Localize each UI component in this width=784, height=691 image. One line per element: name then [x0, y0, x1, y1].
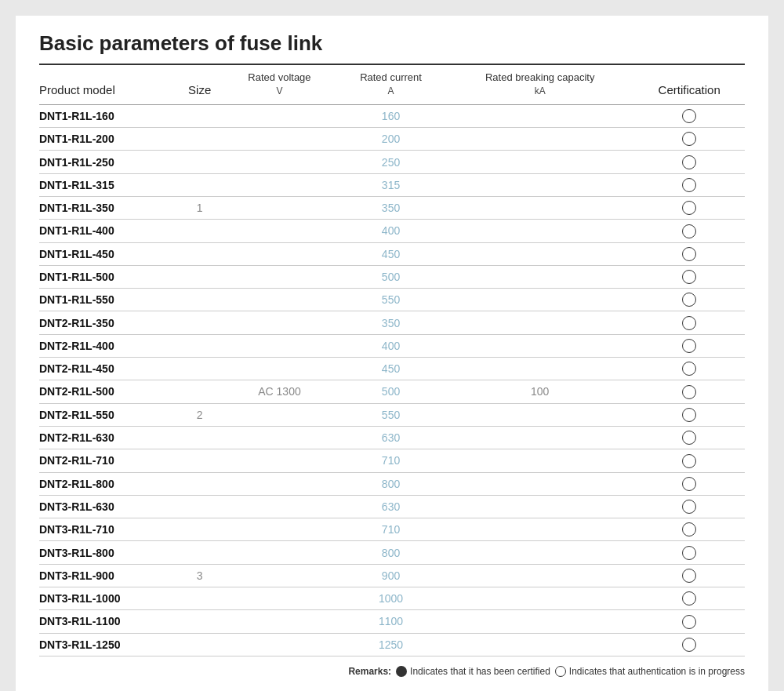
cell-breaking: [446, 289, 633, 311]
cell-size: [176, 151, 223, 173]
cell-current: 1100: [336, 610, 446, 633]
cert-circle-icon: [682, 224, 696, 238]
cell-size: [176, 633, 223, 656]
cert-circle-icon: [682, 477, 696, 491]
cell-breaking: [446, 196, 633, 219]
cell-cert: [633, 564, 745, 587]
cell-breaking: [446, 472, 633, 495]
cell-size: [176, 289, 223, 311]
cell-model: DNT2-R1L-450: [39, 358, 176, 380]
cell-cert: [633, 587, 745, 610]
cell-size: [176, 518, 223, 541]
cell-current: 350: [336, 196, 446, 219]
cell-current: 900: [336, 564, 446, 587]
cell-model: DNT1-R1L-550: [39, 289, 176, 311]
cell-voltage: [223, 311, 336, 334]
cert-circle-icon: [682, 339, 696, 353]
cell-model: DNT2-R1L-710: [39, 449, 176, 472]
cell-model: DNT3-R1L-800: [39, 541, 176, 564]
cell-current: 630: [336, 426, 446, 449]
cell-cert: [633, 242, 745, 265]
cell-model: DNT3-R1L-630: [39, 495, 176, 518]
cell-current: 500: [336, 380, 446, 403]
cert-circle-icon: [682, 615, 696, 629]
cell-cert: [633, 495, 745, 518]
cell-model: DNT1-R1L-160: [39, 104, 176, 127]
cell-model: DNT3-R1L-710: [39, 518, 176, 541]
cell-current: 1000: [336, 587, 446, 610]
cell-current: 315: [336, 173, 446, 196]
cell-current: 450: [336, 358, 446, 380]
cell-voltage: [223, 220, 336, 242]
breaking-unit: kA: [535, 85, 546, 96]
cell-cert: [633, 358, 745, 380]
table-row: DNT2-R1L-710710: [39, 449, 745, 472]
remarks-label: Remarks:: [348, 666, 391, 677]
cell-size: 3: [176, 564, 223, 587]
table-row: DNT2-R1L-500AC 1300500100: [39, 380, 745, 403]
table-row: DNT2-R1L-630630: [39, 426, 745, 449]
cell-voltage: [223, 610, 336, 633]
cell-current: 1250: [336, 633, 446, 656]
col-header-breaking: Rated breaking capacity kA: [446, 65, 633, 104]
cell-breaking: [446, 173, 633, 196]
cert-circle-icon: [682, 270, 696, 284]
cell-cert: [633, 104, 745, 127]
cell-size: [176, 358, 223, 380]
cell-current: 800: [336, 472, 446, 495]
breaking-label: Rated breaking capacity: [485, 71, 594, 83]
cell-voltage: [223, 289, 336, 311]
cell-cert: [633, 403, 745, 426]
cert-circle-icon: [682, 109, 696, 123]
cell-current: 550: [336, 403, 446, 426]
cell-cert: [633, 265, 745, 288]
cell-cert: [633, 334, 745, 357]
table-row: DNT1-R1L-550550: [39, 289, 745, 311]
table-row: DNT1-R1L-200200: [39, 128, 745, 151]
cert-circle-icon: [682, 201, 696, 215]
col-header-current: Rated current A: [336, 65, 446, 104]
cell-cert: [633, 518, 745, 541]
cell-cert: [633, 173, 745, 196]
cert-circle-icon: [682, 569, 696, 583]
cert-circle-icon: [682, 408, 696, 422]
cell-breaking: [446, 151, 633, 173]
cell-current: 400: [336, 334, 446, 357]
cell-voltage: [223, 449, 336, 472]
cert-circle-icon: [682, 362, 696, 376]
table-row: DNT1-R1L-160160: [39, 104, 745, 127]
remarks-filled-text: Indicates that it has been certified: [410, 666, 550, 677]
voltage-label: Rated voltage: [248, 71, 310, 83]
cell-current: 400: [336, 220, 446, 242]
cell-voltage: [223, 403, 336, 426]
cell-breaking: [446, 265, 633, 288]
cell-voltage: [223, 587, 336, 610]
cell-voltage: [223, 472, 336, 495]
cell-voltage: [223, 495, 336, 518]
cell-cert: [633, 380, 745, 403]
cell-current: 450: [336, 242, 446, 265]
table-row: DNT2-R1L-400400: [39, 334, 745, 357]
table-row: DNT1-R1L-250250: [39, 151, 745, 173]
cell-current: 250: [336, 151, 446, 173]
cell-voltage: [223, 242, 336, 265]
cell-breaking: [446, 426, 633, 449]
remarks-empty-text: Indicates that authentication is in prog…: [569, 666, 745, 677]
parameters-table: Product model Size Rated voltage V Rated…: [39, 65, 745, 656]
cell-model: DNT3-R1L-1250: [39, 633, 176, 656]
remarks-section: Remarks: Indicates that it has been cert…: [39, 666, 745, 677]
cell-current: 630: [336, 495, 446, 518]
cert-circle-icon: [682, 431, 696, 445]
cell-voltage: [223, 564, 336, 587]
cell-voltage: [223, 518, 336, 541]
cell-breaking: [446, 403, 633, 426]
cell-model: DNT2-R1L-350: [39, 311, 176, 334]
cell-current: 500: [336, 265, 446, 288]
cell-current: 160: [336, 104, 446, 127]
table-row: DNT1-R1L-315315: [39, 173, 745, 196]
table-row: DNT3-R1L-800800: [39, 541, 745, 564]
cell-voltage: [223, 358, 336, 380]
table-row: DNT1-R1L-400400: [39, 220, 745, 242]
cell-breaking: 100: [446, 380, 633, 403]
cell-breaking: [446, 128, 633, 151]
